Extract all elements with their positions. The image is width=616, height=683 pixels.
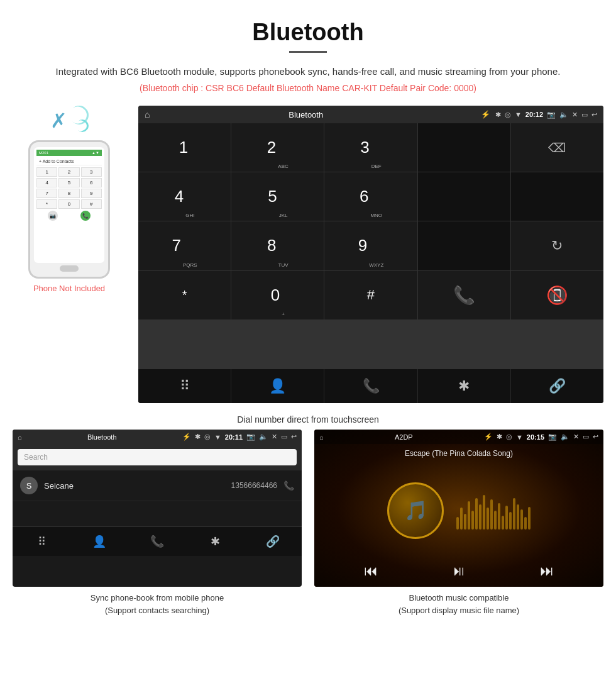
phone-mockup: M201▲▼ + Add to Contacts 1 2 3 4 5 6 7 8…	[28, 140, 110, 279]
music-screen: ⌂ A2DP ⚡ ✱ ◎ ▼ 20:15 📷 🔈 ✕ ▭ ↩ Escape (T…	[314, 430, 603, 587]
nav-contacts-icon[interactable]: 👤	[231, 369, 324, 403]
dial-key-4[interactable]: 4GHI	[138, 172, 231, 221]
dial-key-0[interactable]: 0+	[231, 271, 324, 319]
music-section: ⌂ A2DP ⚡ ✱ ◎ ▼ 20:15 📷 🔈 ✕ ▭ ↩ Escape (T…	[314, 430, 603, 621]
wifi-waves	[70, 106, 89, 132]
main-content: ✗ M201▲▼ + Add to Contacts 1 2 3 4 5 6	[0, 99, 616, 409]
window-icon[interactable]: ▭	[581, 111, 588, 119]
music-song-title: Escape (The Pina Colada Song)	[400, 444, 518, 463]
camera-icon[interactable]: 📷	[547, 111, 556, 119]
phonebook-caption: Sync phone-book from mobile phone(Suppor…	[13, 587, 302, 621]
car-status-title: Bluetooth	[138, 110, 476, 119]
phone-keypad: 1 2 3 4 5 6 7 8 9 * 0 #	[36, 167, 102, 209]
phone-camera-btn[interactable]: 📷	[48, 211, 58, 221]
music-next-btn[interactable]: ⏭	[540, 563, 554, 579]
music-play-pause-btn[interactable]: ⏯	[452, 563, 466, 579]
page-description: Integrated with BC6 Bluetooth module, su…	[13, 64, 603, 79]
pb-contact-name: Seicane	[44, 481, 225, 491]
pb-nav-contacts-active[interactable]: 👤	[70, 527, 128, 556]
dial-call-btn[interactable]: 📞	[418, 271, 510, 319]
dial-empty-2	[418, 172, 510, 221]
pb-search-box[interactable]: Search	[18, 449, 297, 465]
volume-icon[interactable]: 🔈	[559, 111, 568, 119]
phone-key-0[interactable]: 0	[58, 199, 79, 209]
dial-key-5[interactable]: 5JKL	[231, 172, 324, 221]
phone-key-9[interactable]: 9	[81, 189, 102, 198]
pb-cam-icon[interactable]: 📷	[246, 433, 255, 441]
main-caption: Dial number direct from touchscreen	[0, 409, 616, 430]
bluetooth-status-icon: ✱	[495, 111, 501, 119]
music-back-icon[interactable]: ↩	[593, 433, 598, 441]
music-x-icon[interactable]: ✕	[573, 433, 579, 441]
phone-key-6[interactable]: 6	[81, 178, 102, 187]
dial-key-star[interactable]: *	[138, 271, 231, 319]
dial-key-3[interactable]: 3DEF	[324, 123, 417, 172]
pb-nav-link[interactable]: 🔗	[244, 527, 302, 556]
nav-bluetooth-icon[interactable]: ✱	[418, 369, 511, 403]
phonebook-section: ⌂ Bluetooth ⚡ ✱ ◎ ▼ 20:11 📷 🔈 ✕ ▭ ↩ Sear…	[13, 430, 302, 621]
pb-win-icon[interactable]: ▭	[281, 433, 287, 441]
dial-empty-3	[511, 172, 603, 221]
nav-settings-icon[interactable]: 🔗	[511, 369, 603, 403]
music-cam-icon[interactable]: 📷	[548, 433, 557, 441]
phone-add-contact: + Add to Contacts	[36, 158, 102, 165]
pb-time: 20:11	[225, 433, 243, 441]
pb-contact-avatar: S	[20, 477, 38, 494]
music-win-icon[interactable]: ▭	[583, 433, 589, 441]
phone-key-8[interactable]: 8	[58, 189, 79, 198]
dial-end-call-btn[interactable]: 📵	[511, 271, 603, 319]
phone-key-3[interactable]: 3	[81, 167, 102, 177]
dial-key-1[interactable]: 1	[138, 123, 231, 172]
phone-key-star[interactable]: *	[36, 199, 57, 209]
dial-key-9[interactable]: 9WXYZ	[324, 221, 417, 270]
dial-backspace-btn[interactable]: ⌫	[511, 123, 603, 172]
dial-reload-btn[interactable]: ↻	[511, 221, 603, 270]
pb-nav-bt[interactable]: ✱	[186, 527, 244, 556]
phone-status-bar: M201▲▼	[36, 150, 102, 156]
phone-key-4[interactable]: 4	[36, 178, 57, 187]
close-icon[interactable]: ✕	[572, 111, 578, 119]
pb-home-icon[interactable]: ⌂	[18, 433, 22, 441]
pb-call-icon[interactable]: 📞	[283, 480, 294, 491]
dial-key-2[interactable]: 2ABC	[231, 123, 324, 172]
phone-screen: M201▲▼ + Add to Contacts 1 2 3 4 5 6 7 8…	[34, 147, 104, 263]
dial-key-hash[interactable]: #	[324, 271, 417, 319]
status-icons: ✱ ◎ ▼ 20:12 📷 🔈 ✕ ▭ ↩	[495, 111, 597, 119]
dial-key-6[interactable]: 6MNO	[324, 172, 417, 221]
pb-search-placeholder: Search	[24, 453, 48, 462]
pb-nav-calls[interactable]: 📞	[128, 527, 186, 556]
phone-key-7[interactable]: 7	[36, 189, 57, 198]
pb-back-icon[interactable]: ↩	[291, 433, 297, 441]
pb-vol-icon[interactable]: 🔈	[259, 433, 268, 441]
phone-key-2[interactable]: 2	[58, 167, 79, 177]
music-vol-icon[interactable]: 🔈	[561, 433, 569, 441]
pb-usb-icon: ⚡	[182, 433, 191, 441]
car-dialpad-screen: ⌂ Bluetooth ⚡ ✱ ◎ ▼ 20:12 📷 🔈 ✕ ▭ ↩ 1 2A	[138, 106, 603, 403]
phone-key-1[interactable]: 1	[36, 167, 57, 177]
music-bt-icon: ✱	[497, 433, 502, 441]
phone-call-btn[interactable]: 📞	[80, 211, 91, 221]
phone-key-hash[interactable]: #	[81, 199, 102, 209]
location-icon: ◎	[505, 111, 511, 119]
phone-action-row: 📷 📞	[36, 211, 102, 221]
nav-recent-calls-icon[interactable]: 📞	[324, 369, 417, 403]
music-controls: ⏮ ⏯ ⏭	[314, 558, 603, 587]
music-home-icon[interactable]: ⌂	[319, 433, 324, 441]
music-prev-btn[interactable]: ⏮	[364, 563, 378, 579]
page-title: Bluetooth	[13, 19, 603, 46]
pb-x-icon[interactable]: ✕	[272, 433, 277, 441]
dialpad-grid: 1 2ABC 3DEF ⌫ 4GHI 5JKL 6MNO	[138, 123, 603, 369]
back-icon[interactable]: ↩	[591, 111, 597, 119]
music-status-bar: ⌂ A2DP ⚡ ✱ ◎ ▼ 20:15 📷 🔈 ✕ ▭ ↩	[314, 430, 603, 444]
phone-key-5[interactable]: 5	[58, 178, 79, 187]
music-album-art: 🎵	[387, 482, 444, 539]
nav-dialpad-icon[interactable]: ⠿	[138, 369, 231, 403]
bluetooth-symbol-icon: ✗	[50, 109, 67, 133]
music-status-title: A2DP	[327, 433, 480, 441]
pb-nav-dialpad[interactable]: ⠿	[13, 527, 70, 556]
dial-key-8[interactable]: 8TUV	[231, 221, 324, 270]
phone-home-btn[interactable]	[60, 265, 79, 272]
music-waveform	[456, 492, 531, 530]
dial-key-7[interactable]: 7PQRS	[138, 221, 231, 270]
pb-contact-row[interactable]: S Seicane 13566664466 📞	[13, 470, 302, 501]
